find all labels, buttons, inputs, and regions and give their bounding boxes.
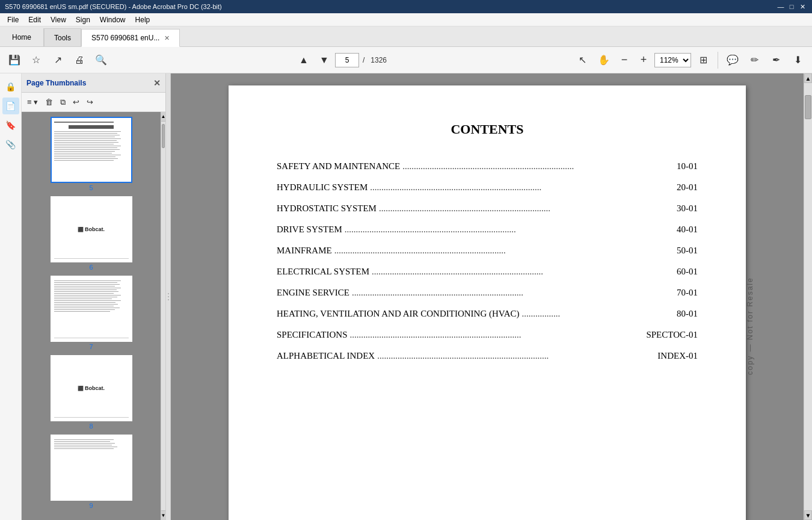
panel-options-button[interactable]: ≡ ▾ xyxy=(24,95,41,110)
total-pages: 1326 xyxy=(368,56,389,64)
maximize-button[interactable]: □ xyxy=(787,2,796,11)
toc-row-6: ENGINE SERVICE .........................… xyxy=(277,288,698,298)
thumb-content-6: ⬛ Bobcat. xyxy=(52,197,131,261)
panel-redo-button[interactable]: ↪ xyxy=(84,95,96,110)
toc-page-6: 70-01 xyxy=(677,288,698,298)
side-icon-bar: 🔒 📄 🔖 📎 xyxy=(0,73,22,520)
close-window-button[interactable]: ✕ xyxy=(798,2,807,11)
thumb-content-8: ⬛ Bobcat. xyxy=(52,356,131,420)
toc-page-5: 60-01 xyxy=(677,267,698,277)
toolbar: 💾 ☆ ↗ 🖨 🔍 ▲ ▼ / 1326 ↖ ✋ − + 112% 100% 7… xyxy=(0,47,812,73)
watermark-text: copy — Not for Resale xyxy=(746,85,754,520)
main-scrollbar[interactable]: ▲ ▼ xyxy=(804,73,812,520)
print-button[interactable]: 🖨 xyxy=(70,51,89,70)
title-bar: S570 6990681 enUS sm.pdf (SECURED) - Ado… xyxy=(0,0,812,13)
menu-view[interactable]: View xyxy=(46,14,71,25)
page-down-button[interactable]: ▼ xyxy=(315,51,334,70)
toc-dots-5: ........................................… xyxy=(369,267,677,277)
panel-undo-button[interactable]: ↩ xyxy=(70,95,82,110)
scrollbar-up-button[interactable]: ▲ xyxy=(804,73,812,83)
fit-page-button[interactable]: ⊞ xyxy=(694,51,713,70)
panel-close-button[interactable]: ✕ xyxy=(153,78,161,88)
zoom-in-button[interactable]: + xyxy=(635,52,652,69)
menu-file[interactable]: File xyxy=(2,14,23,25)
pdf-page: CONTENTS SAFETY AND MAINTENANCE ........… xyxy=(229,85,746,520)
thumbnail-8[interactable]: ⬛ Bobcat. 8 xyxy=(26,355,156,430)
toc-page-7: 80-01 xyxy=(677,309,698,319)
bookmark-button[interactable]: ☆ xyxy=(26,51,46,70)
bobcat-logo-6: ⬛ Bobcat. xyxy=(78,226,105,232)
panel-resize-handle[interactable] xyxy=(166,73,171,520)
thumb-frame-8: ⬛ Bobcat. xyxy=(51,355,132,421)
toc-dots-3: ........................................… xyxy=(342,224,677,235)
page-up-button[interactable]: ▲ xyxy=(294,51,313,70)
lock-icon[interactable]: 🔒 xyxy=(2,78,19,95)
tab-close-button[interactable]: ✕ xyxy=(164,34,170,42)
toc-row-5: ELECTRICAL SYSTEM ......................… xyxy=(277,267,698,277)
pdf-title: CONTENTS xyxy=(277,122,698,137)
tab-document[interactable]: S570 6990681 enU... ✕ xyxy=(81,29,180,47)
menu-edit[interactable]: Edit xyxy=(23,14,46,25)
toc-label-8: SPECIFICATIONS xyxy=(277,330,348,340)
toc-page-2: 30-01 xyxy=(677,203,698,214)
page-number-input[interactable] xyxy=(335,53,359,67)
toc-row-1: HYDRAULIC SYSTEM .......................… xyxy=(277,182,698,193)
panel-replace-button[interactable]: ⧉ xyxy=(57,95,69,110)
minimize-button[interactable]: — xyxy=(776,2,786,11)
thumb-frame-7 xyxy=(51,276,132,342)
toc-table: SAFETY AND MAINTENANCE .................… xyxy=(277,161,698,361)
menu-sign[interactable]: Sign xyxy=(71,14,95,25)
toc-page-3: 40-01 xyxy=(677,224,698,235)
thumb-content-5 xyxy=(52,118,131,182)
cursor-tool-button[interactable]: ↖ xyxy=(573,51,592,70)
panel-scroll-area[interactable]: ▲ ▼ xyxy=(161,112,165,520)
tab-tools[interactable]: Tools xyxy=(44,28,81,46)
navigation-controls: ▲ ▼ / 1326 xyxy=(294,51,389,70)
share-button[interactable]: ↗ xyxy=(48,51,67,70)
toc-row-2: HYDROSTATIC SYSTEM .....................… xyxy=(277,203,698,214)
window-controls: — □ ✕ xyxy=(776,2,807,11)
attachments-icon[interactable]: 📎 xyxy=(2,136,19,153)
thumbnail-5[interactable]: 5 xyxy=(26,117,156,191)
bookmarks-icon[interactable]: 🔖 xyxy=(2,117,19,134)
toc-row-8: SPECIFICATIONS .........................… xyxy=(277,330,698,340)
toc-label-4: MAINFRAME xyxy=(277,246,332,256)
toc-page-8: SPECTOC-01 xyxy=(646,330,698,340)
toolbar-separator xyxy=(718,52,718,69)
menu-window[interactable]: Window xyxy=(95,14,131,25)
pdf-viewer[interactable]: CONTENTS SAFETY AND MAINTENANCE ........… xyxy=(171,73,804,520)
zoom-out-button[interactable]: − xyxy=(616,52,633,69)
bobcat-logo-8: ⬛ Bobcat. xyxy=(78,385,105,391)
toc-row-3: DRIVE SYSTEM ...........................… xyxy=(277,224,698,235)
thumbnail-7[interactable]: 7 xyxy=(26,276,156,350)
thumbnails-panel: Page Thumbnails ✕ ≡ ▾ 🗑 ⧉ ↩ ↪ xyxy=(22,73,166,520)
export-button[interactable]: ⬇ xyxy=(788,51,807,70)
thumbnail-9[interactable]: 9 xyxy=(26,435,156,509)
page-separator: / xyxy=(360,56,367,64)
pages-icon[interactable]: 📄 xyxy=(2,98,19,114)
toc-row-9: ALPHABETICAL INDEX .....................… xyxy=(277,351,698,361)
zoom-select[interactable]: 112% 100% 75% 150% xyxy=(654,53,691,67)
toc-row-0: SAFETY AND MAINTENANCE .................… xyxy=(277,161,698,172)
panel-header: Page Thumbnails ✕ xyxy=(22,73,165,93)
thumb-num-5: 5 xyxy=(89,184,93,191)
save-button[interactable]: 💾 xyxy=(5,51,24,70)
scrollbar-down-button[interactable]: ▼ xyxy=(804,510,812,520)
menu-help[interactable]: Help xyxy=(131,14,155,25)
scrollbar-track[interactable] xyxy=(804,83,812,510)
toc-page-4: 50-01 xyxy=(677,246,698,256)
tab-home[interactable]: Home xyxy=(0,28,44,46)
hand-tool-button[interactable]: ✋ xyxy=(594,51,614,70)
panel-delete-button[interactable]: 🗑 xyxy=(42,95,56,110)
sign-button[interactable]: ✒ xyxy=(766,51,786,70)
tab-document-label: S570 6990681 enU... xyxy=(91,34,159,42)
thumb-frame-6: ⬛ Bobcat. xyxy=(51,196,132,262)
toc-row-4: MAINFRAME ..............................… xyxy=(277,246,698,256)
highlight-button[interactable]: ✏ xyxy=(745,51,764,70)
thumbnail-6[interactable]: ⬛ Bobcat. 6 xyxy=(26,196,156,271)
main-area: 🔒 📄 🔖 📎 Page Thumbnails ✕ ≡ ▾ 🗑 ⧉ ↩ ↪ xyxy=(0,73,812,520)
toc-label-7: HEATING, VENTILATION AND AIR CONDITIONIN… xyxy=(277,309,520,319)
scrollbar-thumb[interactable] xyxy=(805,95,811,119)
comment-button[interactable]: 💬 xyxy=(723,51,742,70)
search-button[interactable]: 🔍 xyxy=(91,51,111,70)
